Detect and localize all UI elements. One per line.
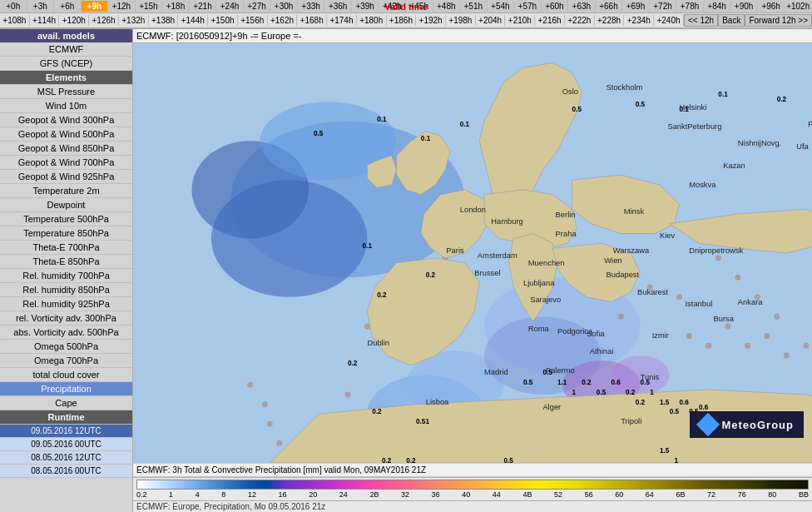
time-step-+240h[interactable]: +240h [654,15,684,26]
time-step-+60h[interactable]: +60h [542,1,569,12]
time-step-+228h[interactable]: +228h [595,15,625,26]
time-step-+126h[interactable]: +126h [89,15,119,26]
svg-text:Tripoli: Tripoli [621,417,641,425]
time-step-+144h[interactable]: +144h [178,15,208,26]
time-step-+138h[interactable]: +138h [149,15,179,26]
time-step-+180h[interactable]: +180h [357,15,387,26]
back-button[interactable]: Back [718,14,745,27]
map-svg: Oslo Stockholm Helsinki SanktPeterburg N… [133,43,812,463]
element-item-geopot-&-wind-500hpa[interactable]: Geopot & Wind 500hPa [0,127,132,142]
time-step-+162h[interactable]: +162h [268,15,298,26]
time-step-+45h[interactable]: +45h [406,1,433,12]
time-step-+42h[interactable]: +42h [379,1,406,12]
runtime-item-08.05.2016-12utc[interactable]: 08.05.2016 12UTC [0,451,132,465]
time-step-+84h[interactable]: +84h [704,1,731,12]
precip-value: 0.2 [636,399,646,406]
forward-button[interactable]: Forward 12h >> [745,14,812,27]
time-step-+3h[interactable]: +3h [27,1,55,12]
time-step-+168h[interactable]: +168h [297,15,327,26]
time-step-+69h[interactable]: +69h [622,1,650,12]
scale-label-2B: 2B [369,490,379,499]
time-step-+204h[interactable]: +204h [476,15,506,26]
svg-point-50 [784,353,790,359]
element-item-temperature-500hpa[interactable]: Temperature 500hPa [0,212,132,226]
element-item-total-cloud-cover[interactable]: total cloud cover [0,368,132,382]
element-item-dewpoint[interactable]: Dewpoint [0,198,132,212]
time-step-+114h[interactable]: +114h [30,15,60,26]
precip-value: 1 [650,389,654,396]
time-step-+156h[interactable]: +156h [238,15,268,26]
time-step-+24h[interactable]: +24h [216,1,244,12]
map-title: ECMWF: 3h Total & Convective Precipitati… [136,465,426,475]
time-step-+0h[interactable]: +0h [0,1,27,12]
model-item-ecmwf[interactable]: ECMWF [0,42,132,57]
element-item-temperature-2m[interactable]: Temperature 2m [0,184,132,198]
element-item-rel.-humidity-925hpa[interactable]: Rel. humidity 925hPa [0,297,132,311]
time-step-+150h[interactable]: +150h [208,15,238,26]
element-item-omega-500hpa[interactable]: Omega 500hPa [0,340,132,354]
element-item-rel.-humidity-850hpa[interactable]: Rel. humidity 850hPa [0,283,132,297]
element-item-theta-e-700hpa[interactable]: Theta-E 700hPa [0,241,132,255]
element-item-wind-10m[interactable]: Wind 10m [0,99,132,113]
time-step-+39h[interactable]: +39h [352,1,379,12]
time-step-+186h[interactable]: +186h [387,15,417,26]
time-step-+33h[interactable]: +33h [298,1,325,12]
element-item-precipitation[interactable]: Precipitation [0,382,132,396]
element-item-geopot-&-wind-925hpa[interactable]: Geopot & Wind 925hPa [0,170,132,184]
time-step-+90h[interactable]: +90h [730,1,758,12]
precip-value: 0.5 [636,101,646,108]
time-step-+192h[interactable]: +192h [416,15,446,26]
time-step-+102h[interactable]: +102h [785,1,812,12]
element-item-geopot-&-wind-300hpa[interactable]: Geopot & Wind 300hPa [0,113,132,127]
time-step-+132h[interactable]: +132h [119,15,149,26]
time-step-+63h[interactable]: +63h [568,1,596,12]
element-item-rel.-humidity-700hpa[interactable]: Rel. humidity 700hPa [0,269,132,283]
runtime-item-09.05.2016-00utc[interactable]: 09.05.2016 00UTC [0,438,132,451]
svg-point-25 [715,255,721,261]
time-step-+78h[interactable]: +78h [676,1,704,12]
scale-labels: 0.2148121620242B323640444B525660646B7276… [136,490,809,499]
time-step-+120h[interactable]: +120h [59,15,89,26]
element-item-abs.-vorticity-adv.-500hpa[interactable]: abs. Vorticity adv. 500hPa [0,326,132,340]
time-step-+108h[interactable]: +108h [0,15,30,26]
time-step-+174h[interactable]: +174h [327,15,357,26]
element-item-theta-e-850hpa[interactable]: Theta-E 850hPa [0,255,132,269]
time-step-+6h[interactable]: +6h [54,1,82,12]
element-item-geopot-&-wind-700hpa[interactable]: Geopot & Wind 700hPa [0,156,132,170]
svg-point-28 [774,314,780,320]
time-step-+51h[interactable]: +51h [460,1,488,12]
model-item-gfs-(ncep)[interactable]: GFS (NCEP) [0,57,132,71]
element-item-omega-700hpa[interactable]: Omega 700hPa [0,354,132,368]
time-step-+27h[interactable]: +27h [244,1,271,12]
time-step-+54h[interactable]: +54h [488,1,515,12]
time-step-+9h[interactable]: +9h [82,1,109,12]
element-item-geopot-&-wind-850hpa[interactable]: Geopot & Wind 850hPa [0,142,132,156]
time-step-+210h[interactable]: +210h [505,15,535,26]
time-step-+48h[interactable]: +48h [433,1,461,12]
time-step-+222h[interactable]: +222h [565,15,595,26]
time-step-+96h[interactable]: +96h [758,1,785,12]
time-step-+57h[interactable]: +57h [514,1,542,12]
time-step-+234h[interactable]: +234h [624,15,654,26]
models-header: avail. models [0,29,132,42]
time-step-+15h[interactable]: +15h [136,1,163,12]
element-item-msl-pressure[interactable]: MSL Pressure [0,85,132,99]
element-item-rel.-vorticity-adv.-300hpa[interactable]: rel. Vorticity adv. 300hPa [0,311,132,326]
element-item-temperature-850hpa[interactable]: Temperature 850hPa [0,226,132,241]
runtime-item-08.05.2016-00utc[interactable]: 08.05.2016 00UTC [0,465,132,478]
prev12-button[interactable]: << 12h [684,14,718,27]
time-step-+36h[interactable]: +36h [324,1,352,12]
time-step-+72h[interactable]: +72h [650,1,677,12]
precip-value: 0.1 [679,106,689,113]
time-step-+18h[interactable]: +18h [162,1,190,12]
time-step-+198h[interactable]: +198h [446,15,476,26]
element-item-cape[interactable]: Cape [0,396,132,410]
time-step-+216h[interactable]: +216h [535,15,565,26]
runtime-item-09.05.2016-12utc[interactable]: 09.05.2016 12UTC [0,425,132,438]
svg-text:Hamburg: Hamburg [491,217,523,226]
time-step-+30h[interactable]: +30h [270,1,298,12]
map-container[interactable]: Oslo Stockholm Helsinki SanktPeterburg N… [133,43,812,463]
time-step-+66h[interactable]: +66h [596,1,623,12]
time-step-+12h[interactable]: +12h [108,1,136,12]
time-step-+21h[interactable]: +21h [190,1,217,12]
